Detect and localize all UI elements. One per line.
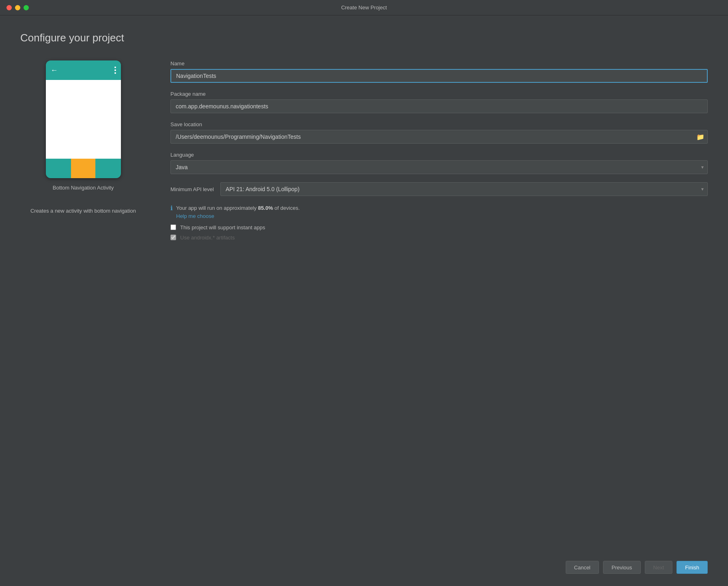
right-panel: Name Package name Save location 📁 xyxy=(170,60,708,553)
previous-button[interactable]: Previous xyxy=(603,561,641,574)
name-group: Name xyxy=(170,60,708,83)
maximize-button[interactable] xyxy=(24,5,29,10)
main-content: Configure your project ← xyxy=(0,15,728,586)
window-controls xyxy=(6,5,29,10)
menu-dot xyxy=(114,72,116,74)
phone-menu-icon xyxy=(114,67,116,74)
help-link[interactable]: Help me choose xyxy=(176,213,214,219)
androidx-checkbox[interactable] xyxy=(170,235,176,240)
package-label: Package name xyxy=(170,91,708,97)
save-location-label: Save location xyxy=(170,121,708,127)
next-button: Next xyxy=(645,561,673,574)
name-label: Name xyxy=(170,60,708,67)
language-label: Language xyxy=(170,152,708,158)
api-level-label: Minimum API level xyxy=(170,186,214,192)
bottom-bar: Cancel Previous Next Finish xyxy=(20,553,708,574)
info-row: ℹ Your app will run on approximately 85.… xyxy=(170,204,708,220)
page-title: Configure your project xyxy=(20,32,708,44)
bottom-nav-right xyxy=(95,159,121,178)
activity-description: Creates a new activity with bottom navig… xyxy=(30,207,136,215)
menu-dot xyxy=(114,69,116,71)
content-area: ← Bottom Navigation Activity Creates a n… xyxy=(20,60,708,553)
language-select[interactable]: Java Kotlin xyxy=(170,160,708,174)
phone-topbar: ← xyxy=(46,60,121,80)
language-group: Language Java Kotlin ▾ xyxy=(170,152,708,174)
instant-apps-row: This project will support instant apps xyxy=(170,224,708,231)
bottom-nav-left xyxy=(46,159,71,178)
phone-body xyxy=(46,80,121,159)
package-group: Package name xyxy=(170,91,708,113)
menu-dot xyxy=(114,67,116,68)
info-percentage: 85.0% xyxy=(258,205,273,211)
instant-apps-checkbox[interactable] xyxy=(170,224,176,230)
folder-browse-button[interactable]: 📁 xyxy=(696,133,704,141)
left-panel: ← Bottom Navigation Activity Creates a n… xyxy=(20,60,146,553)
minimize-button[interactable] xyxy=(15,5,20,10)
phone-bottombar xyxy=(46,159,121,178)
folder-icon: 📁 xyxy=(696,134,704,140)
save-location-input[interactable] xyxy=(170,130,708,144)
info-text: Your app will run on approximately 85.0%… xyxy=(176,205,300,211)
finish-button[interactable]: Finish xyxy=(676,561,708,574)
save-location-group: Save location 📁 xyxy=(170,121,708,144)
close-button[interactable] xyxy=(6,5,12,10)
language-select-wrapper: Java Kotlin ▾ xyxy=(170,160,708,174)
info-icon: ℹ xyxy=(170,205,173,212)
titlebar: Create New Project xyxy=(0,0,728,15)
package-input[interactable] xyxy=(170,99,708,113)
phone-preview: ← xyxy=(46,60,121,178)
androidx-label: Use androidx.* artifacts xyxy=(180,235,235,241)
cancel-button[interactable]: Cancel xyxy=(566,561,599,574)
api-level-select[interactable]: API 21: Android 5.0 (Lollipop) API 22: A… xyxy=(220,182,708,196)
activity-name: Bottom Navigation Activity xyxy=(53,185,114,191)
instant-apps-label: This project will support instant apps xyxy=(180,224,265,231)
phone-back-icon: ← xyxy=(51,66,58,75)
info-text-block: Your app will run on approximately 85.0%… xyxy=(176,204,300,220)
window-title: Create New Project xyxy=(341,4,387,11)
api-level-row: Minimum API level API 21: Android 5.0 (L… xyxy=(170,182,708,196)
save-location-wrapper: 📁 xyxy=(170,130,708,144)
bottom-nav-mid xyxy=(71,159,95,178)
androidx-row: Use androidx.* artifacts xyxy=(170,235,708,241)
api-select-wrapper: API 21: Android 5.0 (Lollipop) API 22: A… xyxy=(220,182,708,196)
name-input[interactable] xyxy=(170,69,708,83)
